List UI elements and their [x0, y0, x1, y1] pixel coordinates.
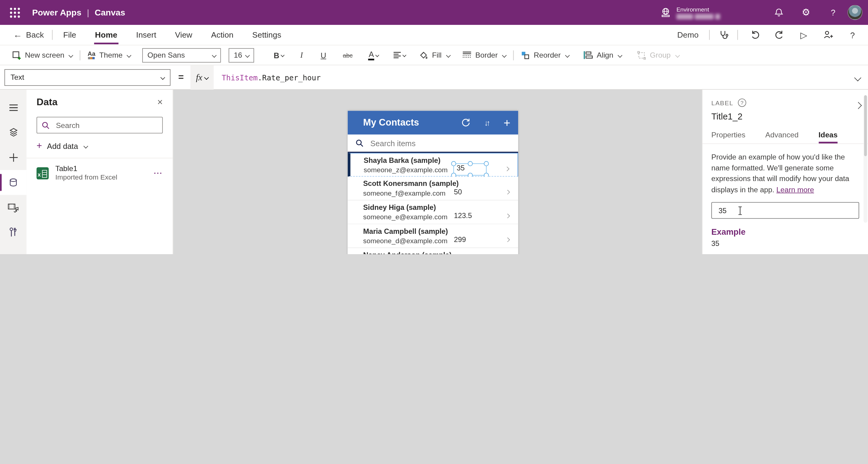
- bold-button[interactable]: B: [274, 51, 284, 59]
- rail-insert-icon[interactable]: [0, 145, 27, 170]
- menu-item-insert[interactable]: Insert: [136, 26, 156, 44]
- text-align-button[interactable]: [393, 52, 406, 59]
- share-icon[interactable]: [823, 29, 834, 41]
- contact-row[interactable]: Nancy Anderson (sample) someone_c@exampl…: [348, 248, 518, 254]
- control-type-label: LABEL: [711, 99, 734, 106]
- reorder-button[interactable]: Reorder: [521, 51, 569, 59]
- app-environment-name: Demo: [677, 30, 699, 39]
- new-screen-button[interactable]: New screen: [12, 51, 73, 59]
- environment-label: Environment: [676, 6, 720, 12]
- control-help-icon[interactable]: ?: [738, 98, 746, 107]
- refresh-icon[interactable]: [461, 117, 471, 128]
- formula-input[interactable]: ThisItem.Rate_per_hour: [214, 65, 851, 90]
- new-screen-label: New screen: [25, 51, 64, 59]
- app-screen: My Contacts ↓↑ +: [348, 111, 518, 254]
- tab-advanced[interactable]: Advanced: [765, 131, 799, 144]
- italic-button[interactable]: I: [301, 51, 303, 59]
- chevron-right-icon[interactable]: [506, 211, 509, 220]
- help-icon[interactable]: ?: [828, 7, 839, 18]
- contact-row[interactable]: Shayla Barka (sample) someone_z@example.…: [348, 153, 518, 177]
- rail-media-icon[interactable]: [0, 195, 27, 220]
- text-cursor-icon: [738, 206, 744, 215]
- underline-button[interactable]: U: [321, 51, 326, 59]
- strikethrough-button[interactable]: abc: [343, 52, 352, 59]
- contact-row[interactable]: Sidney Higa (sample) someone_e@example.c…: [348, 200, 518, 224]
- gallery-search-bar[interactable]: [348, 135, 518, 153]
- reorder-label: Reorder: [534, 51, 561, 59]
- fx-dropdown[interactable]: fx: [190, 65, 214, 90]
- preview-play-icon[interactable]: ▷: [798, 29, 809, 41]
- panel-collapse-chevron-icon[interactable]: [856, 101, 861, 109]
- rail-tree-view-icon[interactable]: [0, 120, 27, 145]
- tab-properties[interactable]: Properties: [711, 131, 745, 144]
- back-arrow-icon: ←: [13, 30, 22, 40]
- sort-icon[interactable]: ↓↑: [484, 118, 490, 127]
- rail-advanced-tools-icon[interactable]: [0, 220, 27, 245]
- chevron-right-icon[interactable]: [506, 187, 509, 196]
- data-panel: Data × + Add data x Table1 Imported from…: [27, 90, 174, 254]
- theme-button[interactable]: Aa Theme: [88, 51, 131, 59]
- app-name: Power Apps: [32, 7, 82, 18]
- settings-gear-icon[interactable]: ⚙: [800, 7, 812, 18]
- add-data-button[interactable]: + Add data: [37, 142, 163, 150]
- panel-scrollbar[interactable]: [864, 95, 867, 223]
- font-family-select[interactable]: Open Sans: [143, 48, 221, 62]
- divider: [513, 50, 514, 60]
- undo-icon[interactable]: [749, 29, 761, 41]
- border-label: Border: [475, 51, 498, 59]
- contact-name: Sidney Higa (sample): [363, 203, 518, 212]
- waffle-menu-icon[interactable]: [10, 7, 20, 18]
- canvas-area[interactable]: My Contacts ↓↑ +: [174, 90, 702, 254]
- font-color-button[interactable]: A: [368, 50, 379, 60]
- font-size-select[interactable]: 16: [229, 48, 254, 62]
- formula-expand-chevron-icon[interactable]: [855, 72, 860, 82]
- contact-name: Scott Konersmann (sample): [363, 179, 518, 188]
- left-rail: [0, 90, 27, 254]
- menu-bar: ← Back File Home Insert View Action Sett…: [0, 25, 868, 45]
- menu-item-view[interactable]: View: [175, 26, 192, 44]
- more-options-icon[interactable]: ···: [154, 169, 163, 177]
- redo-icon[interactable]: [774, 29, 785, 41]
- gallery-search-input[interactable]: [369, 138, 518, 148]
- back-button[interactable]: ← Back: [13, 30, 44, 40]
- add-item-icon[interactable]: +: [503, 118, 510, 128]
- data-search-box[interactable]: [37, 117, 163, 133]
- border-button[interactable]: Border: [462, 51, 506, 59]
- property-selected-value: Text: [10, 73, 24, 81]
- ribbon-toolbar: New screen Aa Theme Open Sans 16 B I U a…: [0, 45, 868, 65]
- data-search-input[interactable]: [55, 120, 158, 130]
- property-selector[interactable]: Text: [4, 69, 171, 86]
- environment-picker[interactable]: Environment: [660, 6, 720, 19]
- example-input-value: 35: [718, 206, 726, 214]
- fill-bucket-icon: [419, 51, 428, 59]
- menu-item-settings[interactable]: Settings: [252, 26, 281, 44]
- contact-email: someone_z@example.com: [364, 165, 518, 175]
- learn-more-link[interactable]: Learn more: [776, 185, 814, 193]
- data-source-table1[interactable]: x Table1 Imported from Excel ···: [37, 164, 163, 182]
- contact-row[interactable]: Scott Konersmann (sample) someone_f@exam…: [348, 177, 518, 200]
- rail-data-icon[interactable]: [0, 170, 27, 195]
- top-app-bar: Power Apps | Canvas Environment: [0, 0, 868, 25]
- menu-item-action[interactable]: Action: [211, 26, 234, 44]
- selection-handles[interactable]: [453, 163, 487, 176]
- contact-rate: 299: [454, 235, 466, 244]
- align-button[interactable]: Align: [583, 51, 621, 59]
- fill-button[interactable]: Fill: [419, 51, 450, 59]
- help-icon[interactable]: ?: [847, 29, 858, 41]
- data-panel-close-icon[interactable]: ×: [157, 97, 163, 107]
- example-input[interactable]: 35: [711, 202, 859, 219]
- menu-item-file[interactable]: File: [63, 26, 76, 44]
- menu-item-home[interactable]: Home: [95, 26, 117, 44]
- chevron-right-icon[interactable]: [506, 234, 509, 244]
- user-avatar[interactable]: [847, 5, 862, 20]
- contact-row[interactable]: Maria Campbell (sample) someone_d@exampl…: [348, 224, 518, 248]
- fill-label: Fill: [432, 51, 441, 59]
- app-mode: Canvas: [95, 7, 125, 18]
- app-checker-icon[interactable]: [718, 29, 729, 41]
- notifications-icon[interactable]: [773, 7, 785, 18]
- rail-hamburger-icon[interactable]: [0, 95, 27, 120]
- chevron-right-icon[interactable]: [505, 163, 509, 174]
- tab-ideas[interactable]: Ideas: [818, 131, 838, 144]
- theme-label: Theme: [99, 51, 123, 59]
- divider: [80, 50, 80, 60]
